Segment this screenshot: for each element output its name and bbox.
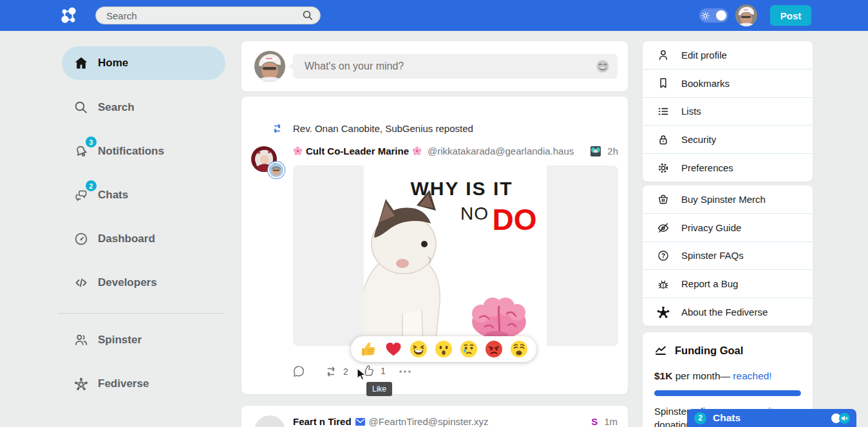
gear-icon: [657, 162, 670, 175]
sidebar-item-label: Chats: [98, 189, 128, 202]
funding-progress-track: [654, 390, 801, 396]
post-button[interactable]: Post: [770, 5, 811, 26]
post-card: Rev. Onan Canobite, SubGenius reposted: [241, 97, 628, 394]
next-post-author-avatar[interactable]: [254, 415, 285, 427]
sidebar-item-label: Dashboard: [98, 232, 155, 245]
reposter-avatar[interactable]: [268, 162, 285, 178]
composer-user-avatar[interactable]: [254, 51, 285, 82]
bookmark-icon: [657, 77, 670, 90]
spinster-logo-icon[interactable]: [59, 6, 79, 25]
menu-item-privacy-guide[interactable]: Privacy Guide: [643, 214, 813, 242]
composer-input[interactable]: [303, 60, 596, 73]
sun-icon: [701, 12, 710, 20]
search-icon[interactable]: [302, 10, 314, 21]
eye-slash-icon: [657, 221, 670, 234]
sidebar-item-home[interactable]: Home: [62, 46, 225, 80]
instance-emoji-icon: [590, 146, 601, 157]
spinster-app: Post Home Search 3 Notifications: [0, 0, 868, 427]
sidebar-item-label: Home: [98, 57, 128, 70]
menu-item-merch[interactable]: Buy Spinster Merch: [643, 185, 813, 214]
repost-note[interactable]: Rev. Onan Canobite, SubGenius reposted: [293, 123, 473, 134]
funding-period: per month: [672, 370, 720, 381]
thumbs-up-reaction[interactable]: [359, 340, 377, 358]
chats-sound-toggle[interactable]: [831, 413, 850, 424]
repost-icon: [271, 122, 283, 135]
envelope-emoji-icon: [355, 418, 365, 426]
people-icon: [73, 332, 89, 348]
code-icon: [73, 275, 89, 290]
funding-reached-link[interactable]: reached!: [733, 370, 771, 381]
search-input[interactable]: [105, 10, 302, 22]
chats-panel-bar[interactable]: 2 Chats: [687, 409, 856, 427]
crying-reaction[interactable]: [460, 340, 478, 358]
visibility-badge: S: [591, 416, 598, 427]
repost-button[interactable]: 2: [324, 365, 348, 379]
menu-item-preferences[interactable]: Preferences: [643, 154, 813, 182]
question-circle-icon: ?: [657, 249, 670, 262]
funding-progress-bar: [654, 390, 801, 396]
post-image[interactable]: WHY IS IT NO DO: [293, 166, 618, 346]
menu-item-label: Privacy Guide: [681, 222, 741, 233]
next-post-timestamp[interactable]: 1m: [604, 416, 618, 427]
post-author-name[interactable]: Cult Co-Leader Marine: [306, 146, 409, 157]
post-timestamp[interactable]: 2h: [607, 146, 618, 157]
lock-icon: [657, 133, 670, 146]
sidebar-item-dashboard[interactable]: Dashboard: [62, 227, 225, 251]
post-author-handle[interactable]: @rikkatakarada@gearlandia.haus: [428, 146, 587, 157]
menu-item-security[interactable]: Security: [643, 126, 813, 154]
svg-text:?: ?: [661, 252, 665, 260]
sidebar-item-label: Fediverse: [98, 377, 149, 390]
links-menu-card: Buy Spinster Merch Privacy Guide ? Spin: [643, 185, 813, 326]
trending-chart-icon: [654, 344, 667, 357]
sidebar-item-developers[interactable]: Developers: [62, 271, 225, 294]
next-post-author-name[interactable]: Feart n Tired: [293, 416, 352, 427]
menu-item-label: Edit profile: [681, 50, 727, 61]
more-options-button[interactable]: [398, 367, 412, 376]
notifications-count-badge: 3: [84, 135, 98, 149]
speaker-muted-icon: [839, 413, 850, 424]
laughing-reaction[interactable]: [410, 340, 428, 358]
theme-toggle-knob[interactable]: [716, 10, 726, 21]
laughing-emoji-icon[interactable]: [596, 59, 610, 73]
menu-item-report-bug[interactable]: Report a Bug: [643, 270, 813, 298]
menu-item-lists[interactable]: Lists: [643, 98, 813, 126]
fediverse-icon: [73, 376, 89, 392]
menu-item-label: About the Fediverse: [681, 307, 768, 318]
like-button[interactable]: 1: [361, 364, 386, 378]
heart-reaction[interactable]: [384, 340, 402, 358]
sidebar-item-spinster[interactable]: Spinster: [62, 328, 225, 352]
weary-reaction[interactable]: [510, 340, 528, 358]
profile-menu-card: Edit profile Bookmarks Lists: [643, 41, 813, 182]
sidebar-item-label: Developers: [98, 276, 157, 289]
post-author-row: Cult Co-Leader Marine @rikkatakarada@gea…: [293, 146, 618, 157]
like-tooltip: Like: [366, 382, 392, 396]
next-post-author-handle[interactable]: @FeartnTired@spinster.xyz: [369, 416, 588, 427]
composer-input-bubble: [293, 54, 618, 79]
chats-unread-badge: 2: [694, 412, 706, 424]
menu-item-bookmarks[interactable]: Bookmarks: [643, 70, 813, 98]
svg-text:NO: NO: [460, 204, 489, 223]
meme-image: WHY IS IT NO DO: [364, 166, 547, 346]
menu-item-faqs[interactable]: ? Spinster FAQs: [643, 242, 813, 270]
menu-item-about-fediverse[interactable]: About the Fediverse: [643, 298, 813, 326]
reply-button[interactable]: [292, 365, 306, 379]
surprised-reaction[interactable]: [435, 340, 453, 358]
cherry-blossom-emoji: [412, 146, 422, 156]
menu-item-label: Report a Bug: [681, 278, 738, 289]
dashboard-icon: [73, 231, 89, 247]
sidebar-item-label: Search: [98, 101, 135, 114]
angry-reaction[interactable]: [485, 340, 503, 358]
menu-item-label: Bookmarks: [681, 78, 730, 89]
menu-item-edit-profile[interactable]: Edit profile: [643, 41, 813, 70]
sidebar-item-search[interactable]: Search: [62, 96, 225, 119]
next-post-card: Feart n Tired @FeartnTired@spinster.xyz …: [241, 406, 628, 427]
funding-dash: —: [721, 370, 733, 381]
theme-toggle[interactable]: [699, 8, 728, 23]
sidebar-item-fediverse[interactable]: Fediverse: [62, 372, 225, 395]
menu-item-label: Spinster FAQs: [681, 250, 744, 261]
composer-card: [241, 41, 628, 91]
like-count: 1: [381, 366, 386, 376]
funding-goal-title: Funding Goal: [675, 345, 743, 357]
chats-panel-label: Chats: [713, 412, 825, 424]
current-user-avatar[interactable]: [735, 5, 757, 26]
